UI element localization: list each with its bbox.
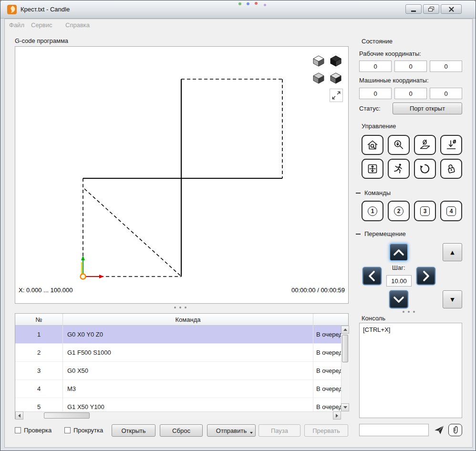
autoscroll-label: Прокрутка — [73, 427, 103, 434]
z-probe-button[interactable] — [388, 135, 410, 155]
jog-x-minus-button[interactable] — [362, 267, 382, 285]
visualizer-canvas[interactable]: X: 0.000 ... 100.000 Y: 0.000 ... 100.00… — [15, 46, 349, 304]
restore-origin-button[interactable] — [362, 159, 383, 179]
side-view-icon — [329, 71, 342, 84]
menu-file[interactable]: Файл — [9, 21, 24, 29]
arrow-up-icon — [343, 328, 347, 331]
console-output[interactable]: [CTRL+X] — [359, 323, 462, 418]
pause-button[interactable]: Пауза — [259, 424, 300, 437]
console-output-text: [CTRL+X] — [363, 326, 390, 333]
machine-z-field: 0 — [430, 88, 462, 99]
cell-command: G1 F500 S1000 — [63, 344, 313, 362]
user-command-4-button[interactable]: 4 — [440, 201, 462, 221]
reset-button-control[interactable] — [414, 159, 436, 179]
vertical-scroll-thumb[interactable] — [342, 335, 348, 362]
fit-view-button[interactable] — [330, 89, 343, 102]
scroll-right-button[interactable] — [333, 411, 341, 420]
zero-z-icon — [445, 139, 457, 151]
user-command-1-button[interactable]: 1 — [362, 201, 383, 221]
zero-xy-button[interactable] — [414, 135, 436, 155]
table-row[interactable]: 1 G0 X0 Y0 Z0 В очереди — [15, 326, 341, 344]
user-command-2-button[interactable]: 2 — [388, 201, 410, 221]
splitter-handle[interactable] — [174, 307, 186, 308]
user-command-3-button[interactable]: 3 — [414, 201, 436, 221]
machine-x-field: 0 — [359, 88, 392, 99]
cell-num: 1 — [15, 326, 63, 344]
checkbox-icon — [64, 427, 71, 433]
zero-z-button[interactable] — [440, 135, 462, 155]
glass-speck — [264, 4, 266, 6]
console-input[interactable] — [359, 424, 429, 436]
safe-position-button[interactable] — [388, 159, 410, 179]
lock-icon — [445, 163, 457, 175]
table-row[interactable]: 2 G1 F500 S1000 В очереди — [15, 344, 341, 362]
console-group-label: Консоль — [362, 315, 385, 322]
menu-service[interactable]: Сервис — [31, 21, 52, 29]
step-input[interactable] — [386, 275, 412, 287]
console-send-button[interactable] — [432, 424, 447, 436]
toolpath-drawing — [15, 47, 348, 303]
step-label: Шаг: — [392, 264, 405, 271]
send-button-label: Отправить — [216, 427, 247, 434]
window-title: Крест.txt - Candle — [21, 6, 70, 13]
abort-button[interactable]: Прервать — [304, 424, 348, 437]
status-info: 00:00:00 / 00:00:59 Buffer: 9 / 0 Вершин… — [291, 271, 345, 304]
maximize-button[interactable] — [423, 4, 439, 14]
side-view-button[interactable] — [329, 71, 343, 85]
fit-view-icon — [331, 90, 341, 101]
scroll-up-button[interactable] — [341, 326, 349, 334]
table-row[interactable]: 3 G0 X50 В очереди — [15, 362, 341, 380]
jog-z-plus-button[interactable]: ▲ — [443, 243, 462, 261]
chevron-left-icon — [363, 268, 381, 284]
unlock-button[interactable] — [440, 159, 462, 179]
horizontal-scroll-thumb[interactable] — [44, 412, 90, 419]
cell-status: В очереди — [313, 380, 341, 398]
arrow-down-icon — [343, 406, 347, 409]
isometric-view-icon — [312, 54, 325, 67]
titlebar[interactable]: Крест.txt - Candle — [0, 0, 476, 19]
cell-num: 2 — [15, 344, 63, 362]
menu-help[interactable]: Справка — [65, 21, 90, 29]
jog-z-minus-button[interactable]: ▼ — [443, 290, 462, 308]
jog-group-label: Перемещение — [364, 230, 406, 237]
cell-num: 5 — [15, 398, 63, 411]
cell-status: В очереди — [313, 398, 341, 411]
jog-y-plus-button[interactable] — [389, 243, 408, 261]
triangle-up-icon: ▲ — [450, 249, 454, 256]
home-button[interactable] — [362, 135, 383, 155]
jog-collapse-toggle[interactable] — [356, 234, 361, 235]
col-header-command[interactable]: Команда — [63, 314, 313, 326]
jog-x-plus-button[interactable] — [416, 267, 435, 285]
col-header-status[interactable] — [313, 314, 341, 326]
sidebar-splitter-handle[interactable] — [403, 311, 415, 313]
triangle-down-icon: ▼ — [450, 297, 454, 303]
close-button[interactable] — [441, 4, 462, 14]
send-button[interactable]: Отправить — [207, 424, 256, 437]
port-status-button[interactable]: Порт открыт — [393, 102, 462, 114]
scrollbar-corner — [341, 411, 349, 420]
table-row[interactable]: 4 M3 В очереди — [15, 380, 341, 398]
visualizer-label: G-code программа — [15, 37, 68, 44]
table-row[interactable]: 5 G1 X50 Y100 В очереди — [15, 398, 341, 411]
console-autocomplete-button[interactable] — [448, 424, 462, 436]
gcode-table: № Команда 1 G0 X0 Y0 Z0 В очереди 2 G1 F… — [15, 313, 349, 419]
minimize-button[interactable] — [405, 4, 422, 14]
cell-command: M3 — [63, 380, 313, 398]
commands-collapse-toggle[interactable] — [356, 193, 361, 194]
running-man-icon — [393, 163, 405, 175]
front-view-button[interactable] — [311, 71, 326, 85]
cell-status: В очереди — [313, 362, 341, 380]
col-header-num[interactable]: № — [15, 314, 63, 326]
top-view-button[interactable] — [329, 53, 343, 68]
isometric-view-button[interactable] — [311, 53, 326, 68]
open-button[interactable]: Открыть — [112, 424, 155, 437]
reset-button[interactable]: Сброс — [160, 424, 203, 437]
cell-status: В очереди — [313, 326, 341, 344]
candle-app-icon — [7, 4, 17, 15]
jog-y-minus-button[interactable] — [389, 290, 408, 308]
status-label: Статус: — [359, 105, 381, 112]
zero-xy-icon — [419, 139, 431, 151]
scroll-down-button[interactable] — [341, 403, 349, 411]
table-header: № Команда — [15, 314, 348, 326]
scroll-left-button[interactable] — [15, 411, 23, 420]
